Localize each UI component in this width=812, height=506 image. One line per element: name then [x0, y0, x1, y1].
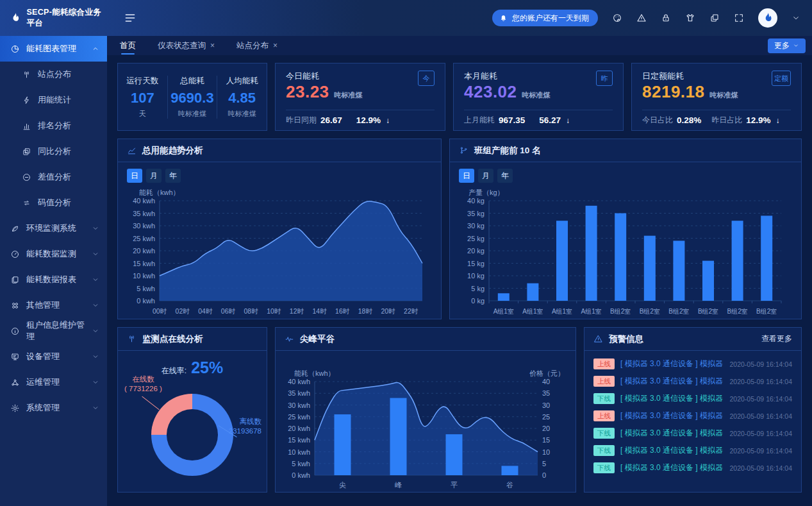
sidebar-subitem[interactable]: 同比分析	[0, 139, 107, 164]
view-more-link[interactable]: 查看更多	[761, 333, 792, 344]
app-title: SECP-能耗综合业务平台	[26, 7, 107, 29]
sidebar-group[interactable]: 其他管理	[0, 292, 107, 318]
panel-title: 预警信息	[609, 333, 643, 345]
warning-icon[interactable]	[636, 13, 647, 23]
kpi-card: 今日能耗 今 23.23 吨标准煤 昨日同期26.67 12.9% ↓	[275, 63, 445, 131]
close-icon[interactable]: ×	[273, 41, 278, 50]
copy-translate-icon[interactable]	[709, 13, 720, 23]
svg-text:能耗（kwh）: 能耗（kwh）	[294, 369, 335, 377]
sidebar-group[interactable]: 能耗数据监测	[0, 241, 107, 267]
bolt-icon	[22, 96, 31, 105]
alert-row[interactable]: 下线 [ 模拟器 3.0 通信设备 ] 模拟器 3.0... 2020-05-0…	[584, 459, 801, 476]
sidebar-subitem[interactable]: 差值分析	[0, 164, 107, 190]
sidebar-group[interactable]: 能耗数据报表	[0, 267, 107, 292]
svg-text:18时: 18时	[358, 307, 373, 315]
svg-text:10时: 10时	[267, 307, 281, 315]
lock-icon[interactable]	[661, 13, 671, 23]
period-tab[interactable]: 月	[478, 169, 493, 183]
kpi-footer-label: 今日占比	[642, 115, 673, 126]
sidebar-group[interactable]: 系统管理	[0, 395, 107, 421]
account-expiry-notice[interactable]: 您的账户还有一天到期	[492, 10, 598, 26]
alert-row[interactable]: 下线 [ 模拟器 3.0 通信设备 ] 模拟器 3.0... 2020-05-0…	[584, 425, 801, 442]
user-avatar[interactable]	[758, 8, 777, 28]
sidebar-subitem[interactable]: 排名分析	[0, 113, 107, 139]
kpi-unit: 吨标准煤	[335, 90, 363, 100]
panel-title: 总用能趋势分析	[142, 145, 203, 156]
svg-text:20 kg: 20 kg	[467, 247, 485, 255]
kpi-title: 今日能耗	[286, 71, 319, 82]
svg-text:B组2室: B组2室	[668, 308, 689, 315]
alert-row[interactable]: 上线 [ 模拟器 3.0 通信设备 ] 模拟器 3.0... 2020-05-0…	[584, 407, 801, 425]
svg-text:30 kwh: 30 kwh	[288, 401, 310, 409]
fullscreen-icon[interactable]	[734, 13, 744, 23]
alert-row[interactable]: 下线 [ 模拟器 3.0 通信设备 ] 模拟器 3.0... 2020-05-0…	[584, 390, 801, 407]
sidebar-group[interactable]: 环境监测系统	[0, 215, 107, 241]
period-tab[interactable]: 年	[165, 169, 181, 183]
sidebar-subitem[interactable]: 站点分布	[0, 62, 107, 87]
sidebar-group-label: 其他管理	[26, 299, 85, 311]
svg-text:20时: 20时	[381, 307, 395, 315]
more-tabs-button[interactable]: 更多	[768, 38, 806, 53]
alert-row[interactable]: 下线 [ 模拟器 3.0 通信设备 ] 模拟器 3.0... 2020-05-0…	[584, 442, 801, 459]
period-tab[interactable]: 年	[497, 169, 513, 183]
close-icon[interactable]: ×	[210, 41, 215, 50]
period-tab[interactable]: 日	[459, 169, 474, 183]
status-badge: 下线	[593, 428, 615, 439]
alert-row[interactable]: 上线 [ 模拟器 3.0 通信设备 ] 模拟器 3.0... 2020-05-0…	[584, 373, 801, 390]
sidebar-subitem-label: 差值分析	[38, 171, 99, 183]
period-tab[interactable]: 日	[127, 169, 142, 183]
online-analysis-panel: 监测点在线分析 在线率: 25% 在线数 ( 7731226 ) 离线数 231…	[117, 327, 267, 493]
period-tab[interactable]: 月	[146, 169, 162, 183]
svg-text:40 kg: 40 kg	[467, 197, 485, 205]
svg-text:04时: 04时	[198, 307, 213, 315]
svg-text:谷: 谷	[506, 481, 513, 489]
device-icon	[10, 352, 20, 362]
tab-home[interactable]: 首页	[120, 36, 136, 55]
svg-text:10 kwh: 10 kwh	[133, 272, 155, 280]
svg-text:平: 平	[451, 481, 458, 489]
sidebar-group-label: 能耗图表管理	[26, 43, 85, 55]
alert-time: 2020-05-09 16:14:04	[730, 464, 793, 472]
collapse-menu-icon[interactable]	[124, 12, 137, 24]
stat-label: 运行天数	[118, 76, 167, 87]
tab-item[interactable]: 站点分布 ×	[236, 40, 278, 51]
down-arrow-icon: ↓	[776, 116, 780, 125]
kpi-card: 本月能耗 昨 423.02 吨标准煤 上月能耗967.35 56.27 ↓	[453, 63, 624, 131]
palette-icon[interactable]	[612, 13, 622, 23]
sidebar-group[interactable]: 设备管理	[0, 344, 107, 369]
tab-item[interactable]: 仪表状态查询 ×	[158, 40, 215, 51]
svg-text:35 kwh: 35 kwh	[133, 210, 155, 217]
alert-time: 2020-05-09 16:14:04	[730, 360, 793, 368]
alert-text: [ 模拟器 3.0 通信设备 ] 模拟器 3.0...	[620, 410, 724, 421]
notice-text: 您的账户还有一天到期	[512, 13, 589, 24]
chevron-down-icon	[92, 224, 99, 232]
svg-text:25 kwh: 25 kwh	[288, 413, 310, 421]
sidebar-subitem-label: 排名分析	[38, 120, 99, 131]
kpi-value: 423.02	[464, 82, 517, 102]
sidebar-subitem[interactable]: 码值分析	[0, 190, 107, 215]
svg-text:02时: 02时	[176, 307, 190, 315]
kpi-unit: 吨标准煤	[522, 90, 551, 100]
bell-icon	[499, 14, 508, 22]
stat-value: 4.85	[217, 90, 267, 106]
sidebar-subitem[interactable]: 用能统计	[0, 87, 107, 113]
alert-text: [ 模拟器 3.0 通信设备 ] 模拟器 3.0...	[620, 445, 724, 456]
theme-shirt-icon[interactable]	[685, 13, 695, 23]
svg-text:价格（元）: 价格（元）	[529, 369, 565, 377]
alert-row[interactable]: 上线 [ 模拟器 3.0 通信设备 ] 模拟器 3.0... 2020-05-0…	[584, 355, 801, 373]
antenna-icon	[127, 334, 137, 344]
sidebar-group[interactable]: 运维管理	[0, 369, 107, 395]
sidebar-group-label: 能耗数据监测	[26, 248, 85, 260]
svg-text:20 kwh: 20 kwh	[288, 425, 310, 432]
svg-text:35 kg: 35 kg	[467, 210, 485, 217]
sidebar-group-energy-charts[interactable]: 能耗图表管理	[0, 36, 107, 62]
svg-text:A组1室: A组1室	[493, 308, 514, 315]
swap-icon	[22, 198, 31, 208]
panel-title: 班组产能前 10 名	[474, 145, 541, 156]
alert-text: [ 模拟器 3.0 通信设备 ] 模拟器 3.0...	[620, 462, 724, 473]
svg-text:25 kg: 25 kg	[467, 235, 485, 242]
sidebar-group[interactable]: 租户信息维护管理	[0, 318, 107, 344]
user-menu-chevron-icon[interactable]	[791, 13, 800, 22]
svg-text:15 kg: 15 kg	[467, 260, 485, 267]
svg-text:15 kwh: 15 kwh	[288, 436, 310, 444]
